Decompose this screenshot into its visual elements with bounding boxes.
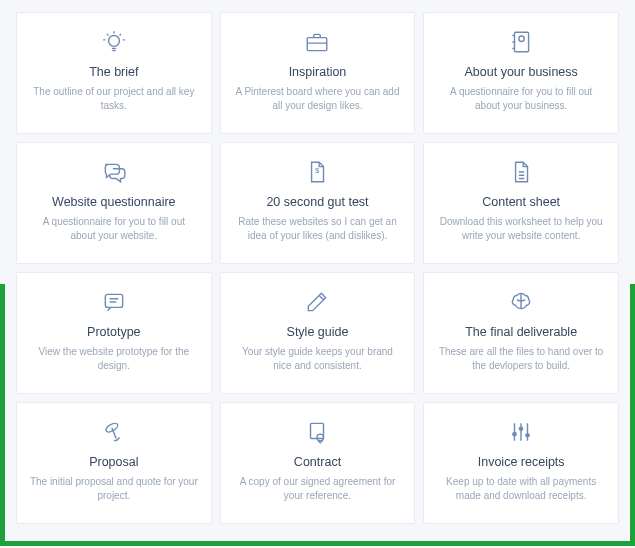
card-desc: The outline of our project and all key t… [29, 85, 199, 113]
card-desc: A Pinterest board where you can add all … [233, 85, 403, 113]
card-desc: Rate these websites so I can get an idea… [233, 215, 403, 243]
card-gut-test[interactable]: $ 20 second gut test Rate these websites… [220, 142, 416, 264]
card-title: Invoice receipts [478, 455, 565, 469]
pencil-icon [304, 287, 330, 317]
card-final-deliverable[interactable]: The final deliverable These are all the … [423, 272, 619, 394]
card-title: Website questionnaire [52, 195, 175, 209]
card-title: Inspiration [289, 65, 347, 79]
card-title: Content sheet [482, 195, 560, 209]
card-brief[interactable]: The brief The outline of our project and… [16, 12, 212, 134]
card-content-sheet[interactable]: Content sheet Download this worksheet to… [423, 142, 619, 264]
svg-rect-5 [105, 294, 122, 307]
card-title: Proposal [89, 455, 138, 469]
card-title: Style guide [287, 325, 349, 339]
card-title: About your business [465, 65, 578, 79]
chat-icon [101, 157, 127, 187]
card-desc: These are all the files to hand over to … [436, 345, 606, 373]
card-desc: Your style guide keeps your brand nice a… [233, 345, 403, 373]
card-title: Prototype [87, 325, 141, 339]
card-desc: Download this worksheet to help you writ… [436, 215, 606, 243]
satellite-icon [101, 417, 127, 447]
card-title: 20 second gut test [266, 195, 368, 209]
card-about-business[interactable]: About your business A questionnaire for … [423, 12, 619, 134]
card-invoice-receipts[interactable]: Invoice receipts Keep up to date with al… [423, 402, 619, 524]
card-style-guide[interactable]: Style guide Your style guide keeps your … [220, 272, 416, 394]
card-desc: View the website prototype for the desig… [29, 345, 199, 373]
message-icon [101, 287, 127, 317]
cards-grid: The brief The outline of our project and… [0, 0, 635, 536]
svg-point-11 [526, 434, 529, 437]
sliders-icon [508, 417, 534, 447]
card-desc: The initial proposal and quote for your … [29, 475, 199, 503]
brain-icon [508, 287, 534, 317]
svg-point-8 [317, 434, 324, 441]
card-website-questionnaire[interactable]: Website questionnaire A questionnaire fo… [16, 142, 212, 264]
svg-point-9 [513, 433, 516, 436]
document-seal-icon [304, 417, 330, 447]
card-proposal[interactable]: Proposal The initial proposal and quote … [16, 402, 212, 524]
dollar-file-icon: $ [304, 157, 330, 187]
briefcase-icon [304, 27, 330, 57]
card-desc: Keep up to date with all payments made a… [436, 475, 606, 503]
svg-text:$: $ [315, 166, 320, 175]
svg-point-0 [108, 36, 119, 47]
card-title: Contract [294, 455, 341, 469]
card-contract[interactable]: Contract A copy of our signed agreement … [220, 402, 416, 524]
svg-point-10 [520, 427, 523, 430]
card-prototype[interactable]: Prototype View the website prototype for… [16, 272, 212, 394]
card-inspiration[interactable]: Inspiration A Pinterest board where you … [220, 12, 416, 134]
card-title: The final deliverable [465, 325, 577, 339]
card-desc: A copy of our signed agreement for your … [233, 475, 403, 503]
card-title: The brief [89, 65, 138, 79]
svg-rect-1 [308, 38, 328, 51]
svg-point-3 [519, 36, 524, 41]
lightbulb-icon [101, 27, 127, 57]
card-desc: A questionnaire for you to fill out abou… [29, 215, 199, 243]
card-desc: A questionnaire for you to fill out abou… [436, 85, 606, 113]
document-lines-icon [508, 157, 534, 187]
notebook-icon [508, 27, 534, 57]
